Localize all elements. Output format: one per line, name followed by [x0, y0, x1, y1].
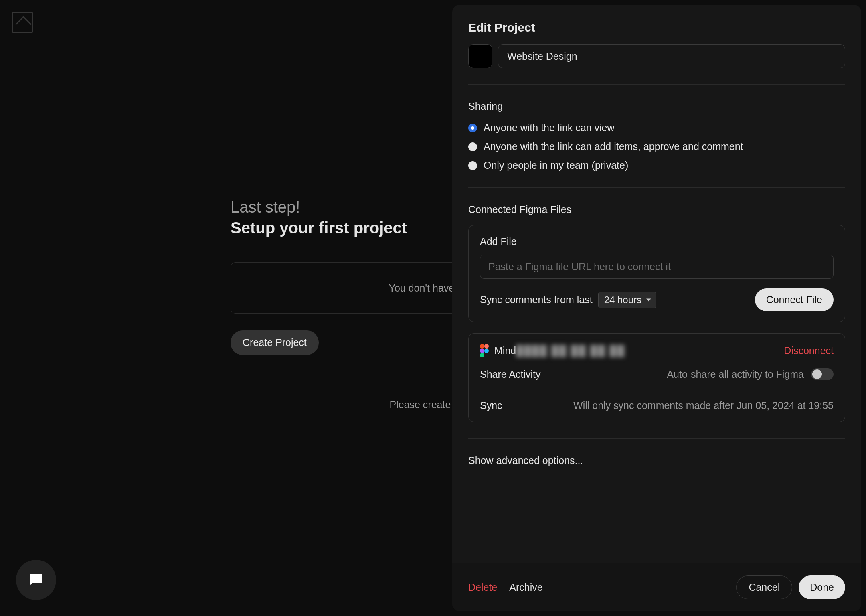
add-file-label: Add File: [480, 236, 834, 247]
project-color-picker[interactable]: [468, 44, 492, 68]
sync-window-select[interactable]: 24 hours: [598, 292, 656, 308]
sharing-option-label: Anyone with the link can add items, appr…: [484, 141, 743, 152]
connected-file-name-wrap: Mind████ ██ ██ ██ ██: [480, 344, 625, 357]
show-advanced-options-link[interactable]: Show advanced options...: [468, 455, 845, 466]
connected-file-name-prefix: Mind: [494, 345, 516, 356]
archive-project-link[interactable]: Archive: [509, 582, 542, 593]
figma-url-input[interactable]: [480, 255, 834, 279]
sharing-option-private[interactable]: Only people in my team (private): [468, 160, 845, 171]
onboarding-heading-muted: Last step!: [231, 198, 300, 216]
footer-left-actions: Delete Archive: [468, 582, 543, 593]
sharing-heading: Sharing: [468, 101, 845, 112]
sync-label: Sync: [480, 400, 502, 411]
chat-icon: [28, 571, 45, 588]
sync-desc: Will only sync comments made after Jun 0…: [573, 400, 834, 411]
divider: [468, 84, 845, 85]
onboarding-heading-strong: Setup your first project: [231, 219, 407, 237]
divider: [468, 438, 845, 439]
project-name-row: [468, 44, 845, 68]
connected-file-name-obfuscated: ████ ██ ██ ██ ██: [516, 345, 625, 356]
sharing-options: Anyone with the link can view Anyone wit…: [468, 122, 845, 171]
create-project-button[interactable]: Create Project: [231, 330, 319, 355]
panel-body: Edit Project Sharing Anyone with the lin…: [452, 5, 861, 563]
figma-heading: Connected Figma Files: [468, 204, 845, 215]
divider: [468, 187, 845, 188]
disconnect-link[interactable]: Disconnect: [784, 345, 834, 357]
share-activity-label: Share Activity: [480, 369, 540, 380]
connected-file-header: Mind████ ██ ██ ██ ██ Disconnect: [480, 344, 834, 357]
radio-icon: [468, 142, 477, 151]
sharing-option-label: Anyone with the link can view: [484, 122, 615, 134]
project-name-input[interactable]: [498, 44, 845, 68]
done-button[interactable]: Done: [799, 575, 845, 599]
app-logo-icon: [12, 12, 33, 33]
project-color-swatch: [471, 47, 490, 65]
share-activity-row: Share Activity Auto-share all activity t…: [480, 368, 834, 380]
edit-project-panel: Edit Project Sharing Anyone with the lin…: [452, 5, 861, 611]
support-chat-button[interactable]: [16, 560, 56, 600]
panel-footer: Delete Archive Cancel Done: [452, 563, 861, 611]
sync-window-control: Sync comments from last 24 hours: [480, 292, 656, 308]
radio-icon: [468, 124, 477, 132]
add-file-controls: Sync comments from last 24 hours Connect…: [480, 288, 834, 311]
sync-window-value: 24 hours: [604, 294, 641, 305]
cancel-button[interactable]: Cancel: [736, 575, 792, 599]
sharing-option-comment[interactable]: Anyone with the link can add items, appr…: [468, 141, 845, 152]
share-activity-desc: Auto-share all activity to Figma: [667, 369, 804, 380]
connect-file-button[interactable]: Connect File: [755, 288, 834, 311]
connected-figma-file-card: Mind████ ██ ██ ██ ██ Disconnect Share Ac…: [468, 333, 845, 422]
connected-file-sync-row: Sync Will only sync comments made after …: [480, 390, 834, 411]
sync-window-prefix: Sync comments from last: [480, 294, 593, 306]
connected-file-name: Mind████ ██ ██ ██ ██: [494, 345, 625, 357]
sharing-option-label: Only people in my team (private): [484, 160, 628, 171]
figma-logo-icon: [480, 344, 489, 357]
add-figma-file-card: Add File Sync comments from last 24 hour…: [468, 225, 845, 322]
delete-project-link[interactable]: Delete: [468, 582, 497, 593]
panel-title: Edit Project: [468, 21, 845, 34]
footer-right-actions: Cancel Done: [736, 575, 845, 599]
radio-icon: [468, 161, 477, 170]
sharing-option-view[interactable]: Anyone with the link can view: [468, 122, 845, 134]
share-activity-toggle[interactable]: [811, 368, 834, 380]
